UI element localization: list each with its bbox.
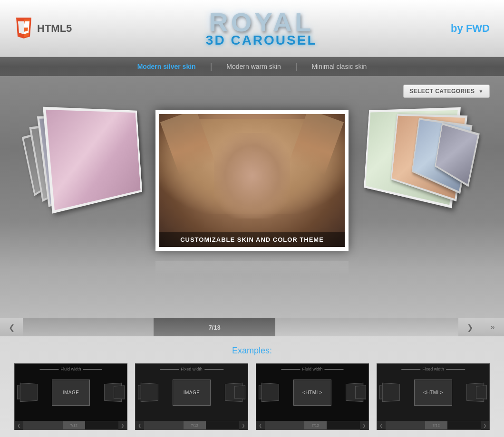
mini-1-track-active: 7/12 <box>63 421 85 429</box>
right-cards <box>342 109 475 228</box>
mini-1-left-1 <box>20 383 38 402</box>
example-card-3: Fluid width <HTML> ❮ 7/12 ❯ <box>256 363 369 430</box>
mini-3-right-2 <box>355 385 366 399</box>
example-card-4: Fixed width <HTML> ❮ 7/12 ❯ <box>377 363 490 430</box>
mini-2-track-fill <box>144 421 184 429</box>
html5-icon <box>14 18 33 39</box>
mini-1-progress-label: 7/12 <box>70 423 78 428</box>
examples-title-text: Examples: <box>232 346 272 355</box>
mini-4-label: <HTML> <box>423 390 443 395</box>
example-3-carousel: <HTML> <box>256 364 368 421</box>
mini-4-prev[interactable]: ❮ <box>377 421 386 430</box>
mini-1-next[interactable]: ❯ <box>118 421 127 430</box>
dropdown-arrow-icon: ▼ <box>479 89 484 94</box>
prev-icon: ❮ <box>9 323 15 332</box>
mini-1-track-fill <box>23 421 63 429</box>
progress-fill-left <box>23 318 154 336</box>
mini-4-next[interactable]: ❯ <box>481 421 489 430</box>
example-3-progress: ❮ 7/12 ❯ <box>256 421 368 429</box>
example-2-carousel: IMAGE <box>136 364 248 421</box>
royal-text: ROYAL <box>206 9 317 36</box>
progress-bar: ❮ 7/13 ❯ » <box>0 318 504 336</box>
example-card-1: Fluid width IMAGE ❮ 7/12 ❯ <box>14 363 127 430</box>
example-4-progress: ❮ 7/12 ❯ <box>377 421 489 429</box>
by-fwd-text: by FWD <box>451 22 490 35</box>
carousel-area: SELECT CATEGORIES ▼ <box>0 76 504 318</box>
mini-1-center: IMAGE <box>52 380 90 406</box>
example-card-2: Fixed width IMAGE ❮ 7/12 ❯ <box>135 363 248 430</box>
next-button[interactable]: ❯ <box>458 318 481 336</box>
navbar: Modern silver skin | Modern warm skin | … <box>0 57 504 76</box>
mini-1-right-2 <box>114 385 125 399</box>
portrait-face <box>214 133 290 218</box>
progress-track: 7/13 <box>23 318 458 336</box>
mini-1-prev[interactable]: ❮ <box>15 421 23 430</box>
mini-2-prev[interactable]: ❮ <box>136 421 144 430</box>
center-image-caption: CUSTOMIZABLE SKIN AND COLOR THEME <box>159 232 345 247</box>
mini-2-track-active: 7/12 <box>184 421 206 429</box>
mini-3-prev[interactable]: ❮ <box>256 421 265 430</box>
mini-3-track-fill <box>265 421 304 429</box>
mini-4-center: <HTML> <box>414 380 452 406</box>
example-2-progress: ❮ 7/12 ❯ <box>136 421 248 429</box>
example-1-carousel: IMAGE <box>15 364 127 421</box>
carousel-stage: CUSTOMIZABLE SKIN AND COLOR THEME <box>0 95 504 266</box>
examples-section: Examples: Fluid width IMAGE ❮ <box>0 336 504 437</box>
mini-2-label: IMAGE <box>184 390 200 395</box>
examples-grid: Fluid width IMAGE ❮ 7/12 ❯ <box>14 363 490 430</box>
nav-item-silver[interactable]: Modern silver skin <box>123 63 210 70</box>
progress-fill-right <box>275 318 458 336</box>
prev-button[interactable]: ❮ <box>0 318 23 336</box>
carousel-text: 3D CAROUSEL <box>206 33 317 48</box>
next-icon: ❯ <box>467 323 473 332</box>
progress-fill-center: 7/13 <box>154 318 275 336</box>
svg-marker-4 <box>18 21 24 28</box>
mini-2-center: IMAGE <box>173 380 211 406</box>
left-cards <box>29 109 162 228</box>
nav-item-warm[interactable]: Modern warm skin <box>212 63 295 70</box>
mini-3-label: <HTML> <box>302 390 322 395</box>
mini-4-right-2 <box>476 385 487 399</box>
mini-2-next[interactable]: ❯ <box>239 421 248 430</box>
mini-3-track-active: 7/12 <box>304 421 327 429</box>
next-end-button[interactable]: » <box>481 318 504 336</box>
progress-label: 7/13 <box>208 324 220 331</box>
center-image: CUSTOMIZABLE SKIN AND COLOR THEME <box>159 114 345 247</box>
mini-3-left-1 <box>262 383 279 402</box>
mini-4-track-active: 7/12 <box>425 421 447 429</box>
mini-2-progress-label: 7/12 <box>191 423 198 428</box>
mini-4-track-fill <box>386 421 425 429</box>
mini-3-progress-label: 7/12 <box>311 423 319 428</box>
select-categories-label: SELECT CATEGORIES <box>409 88 475 95</box>
mini-2-right-2 <box>234 385 245 399</box>
next-end-icon: » <box>491 323 495 332</box>
mini-3-next[interactable]: ❯ <box>360 421 368 430</box>
logo-area: HTML5 <box>14 18 72 39</box>
header-title: ROYAL 3D CAROUSEL <box>206 9 317 48</box>
examples-title: Examples: <box>14 346 490 356</box>
mini-1-label: IMAGE <box>63 390 79 395</box>
example-1-progress: ❮ 7/12 ❯ <box>15 421 127 429</box>
html5-label: HTML5 <box>37 22 72 35</box>
mini-4-left-1 <box>382 383 400 402</box>
example-4-carousel: <HTML> <box>377 364 489 421</box>
center-image-wrapper: CUSTOMIZABLE SKIN AND COLOR THEME <box>155 110 349 251</box>
nav-item-minimal[interactable]: Minimal clasic skin <box>297 63 381 70</box>
mini-3-center: <HTML> <box>293 380 331 406</box>
header: HTML5 ROYAL 3D CAROUSEL by FWD <box>0 0 504 57</box>
mini-4-progress-label: 7/12 <box>432 423 440 428</box>
mini-2-left-1 <box>141 383 158 402</box>
left-card-1 <box>43 107 142 214</box>
